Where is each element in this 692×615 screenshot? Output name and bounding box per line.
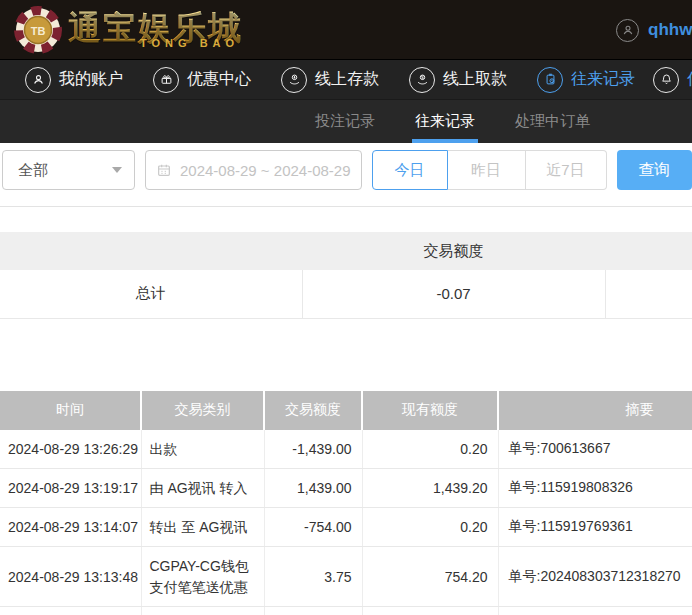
- cell-balance: 0.20: [362, 508, 498, 547]
- cell-amount: 750.00: [264, 606, 362, 615]
- transaction-records-page: TB 通宝娱乐城 TONG BAO qhhw2 我的账户: [0, 0, 692, 615]
- records-tab-bar: 投注记录 往来记录 处理中订单: [0, 100, 692, 143]
- nav-item-promotions[interactable]: 优惠中心: [153, 67, 251, 93]
- date-range-input[interactable]: 2024-08-29 ~ 2024-08-29: [145, 150, 362, 190]
- nav-label: 线上存款: [315, 69, 379, 90]
- nav-item-withdraw[interactable]: 线上取款: [409, 67, 507, 93]
- transactions-table: 时间 交易类别 交易额度 现有额度 摘要 2024-08-29 13:26:29…: [0, 391, 692, 615]
- tab-transaction-records[interactable]: 往来记录: [415, 100, 475, 143]
- button-label: 今日: [395, 161, 425, 180]
- user-icon: [25, 67, 51, 93]
- col-header-time: 时间: [0, 391, 141, 430]
- table-header-row: 时间 交易类别 交易额度 现有额度 摘要: [0, 391, 692, 430]
- cell-time: 2024-08-29 13:19:17: [0, 468, 141, 507]
- nav-label: 线上取款: [443, 69, 507, 90]
- cell-balance: 754.20: [362, 547, 498, 607]
- cell-balance: 750.45: [362, 606, 498, 615]
- col-header-memo: 摘要: [498, 391, 692, 430]
- quick-date-buttons: 今日 昨日 近7日: [372, 150, 607, 190]
- cell-type: CGPAY支付: [141, 606, 264, 615]
- cell-balance: 1,439.20: [362, 468, 498, 507]
- nav-label: 往来记录: [571, 69, 635, 90]
- cell-time: 2024-08-29 13:13:48: [0, 547, 141, 607]
- gift-icon: [153, 67, 179, 93]
- cell-type: 出款: [141, 430, 264, 469]
- user-account[interactable]: qhhw2: [616, 0, 692, 60]
- cell-type: CGPAY-CG钱包 支付笔笔送优惠: [141, 547, 264, 607]
- button-label: 昨日: [471, 161, 501, 180]
- top-header: TB 通宝娱乐城 TONG BAO qhhw2: [0, 0, 692, 60]
- type-select-value: 全部: [18, 161, 48, 180]
- today-button[interactable]: 今日: [372, 150, 448, 190]
- tab-label: 投注记录: [315, 112, 375, 131]
- table-row: 2024-08-29 13:14:07 转出 至 AG视讯 -754.00 0.…: [0, 508, 692, 547]
- tab-betting-records[interactable]: 投注记录: [315, 100, 375, 143]
- summary-total-label: 总计: [0, 270, 302, 318]
- tab-label: 处理中订单: [515, 112, 590, 131]
- table-row: 2024-08-29 13:13:48 CGPAY支付 750.00 750.4…: [0, 606, 692, 615]
- filter-bar: 全部 2024-08-29 ~ 2024-08-29 今日 昨日 近7日 查询: [0, 143, 692, 207]
- cell-memo: 单号:700613667: [498, 430, 692, 469]
- notifications-label: 信: [687, 69, 692, 90]
- user-avatar-icon: [616, 19, 639, 42]
- summary-header-empty: [0, 232, 302, 270]
- cell-amount: 1,439.00: [264, 468, 362, 507]
- nav-item-records[interactable]: 往来记录: [537, 67, 635, 93]
- nav-item-deposit[interactable]: 线上存款: [281, 67, 379, 93]
- cell-time: 2024-08-29 13:14:07: [0, 508, 141, 547]
- cell-memo: 单号:202408303712318270: [498, 606, 692, 615]
- type-select[interactable]: 全部: [2, 150, 135, 190]
- username-text: qhhw2: [648, 20, 692, 40]
- brand-name-en: TONG BAO: [140, 38, 243, 49]
- table-row: 2024-08-29 13:13:48 CGPAY-CG钱包 支付笔笔送优惠 3…: [0, 547, 692, 607]
- poker-chip-icon: TB: [14, 6, 62, 54]
- nav-label: 我的账户: [59, 69, 123, 90]
- cell-type: 转出 至 AG视讯: [141, 508, 264, 547]
- summary-table: 交易额度 总计 -0.07: [0, 232, 692, 319]
- cell-time: 2024-08-29 13:13:48: [0, 606, 141, 615]
- search-button[interactable]: 查询: [617, 150, 692, 190]
- summary-header-empty: [605, 232, 692, 270]
- button-label: 查询: [638, 160, 670, 181]
- date-range-value: 2024-08-29 ~ 2024-08-29: [180, 162, 351, 179]
- cell-amount: -754.00: [264, 508, 362, 547]
- deposit-icon: [281, 67, 307, 93]
- col-header-balance: 现有额度: [362, 391, 498, 430]
- tab-pending-orders[interactable]: 处理中订单: [515, 100, 590, 143]
- brand-text: 通宝娱乐城 TONG BAO: [68, 11, 243, 49]
- cell-type: 由 AG视讯 转入: [141, 468, 264, 507]
- summary-total-row: 总计 -0.07: [0, 270, 692, 318]
- cell-amount: -1,439.00: [264, 430, 362, 469]
- nav-item-notifications[interactable]: 信: [653, 67, 692, 93]
- chevron-down-icon: [112, 167, 122, 173]
- tab-label: 往来记录: [415, 112, 475, 131]
- col-header-amount: 交易额度: [264, 391, 362, 430]
- chip-tb-text: TB: [31, 24, 46, 36]
- summary-empty-cell: [605, 270, 692, 318]
- cell-memo: 单号:115919769361: [498, 508, 692, 547]
- cell-memo: 单号:115919808326: [498, 468, 692, 507]
- bell-icon: [653, 67, 679, 93]
- summary-header-amount: 交易额度: [302, 232, 605, 270]
- brand-logo[interactable]: TB 通宝娱乐城 TONG BAO: [0, 6, 243, 54]
- cell-amount: 3.75: [264, 547, 362, 607]
- cell-memo: 单号:202408303712318270: [498, 547, 692, 607]
- summary-total-value: -0.07: [302, 270, 605, 318]
- button-label: 近7日: [546, 161, 584, 180]
- table-row: 2024-08-29 13:26:29 出款 -1,439.00 0.20 单号…: [0, 430, 692, 469]
- summary-header-row: 交易额度: [0, 232, 692, 270]
- table-row: 2024-08-29 13:19:17 由 AG视讯 转入 1,439.00 1…: [0, 468, 692, 507]
- withdraw-icon: [409, 67, 435, 93]
- nav-label: 优惠中心: [187, 69, 251, 90]
- records-icon: [537, 67, 563, 93]
- cell-balance: 0.20: [362, 430, 498, 469]
- cell-time: 2024-08-29 13:26:29: [0, 430, 141, 469]
- last7days-button[interactable]: 近7日: [526, 150, 607, 190]
- calendar-icon: [156, 162, 172, 178]
- col-header-type: 交易类别: [141, 391, 264, 430]
- yesterday-button[interactable]: 昨日: [448, 150, 526, 190]
- nav-item-my-account[interactable]: 我的账户: [25, 67, 123, 93]
- main-nav: 我的账户 优惠中心 线上存款: [0, 60, 692, 100]
